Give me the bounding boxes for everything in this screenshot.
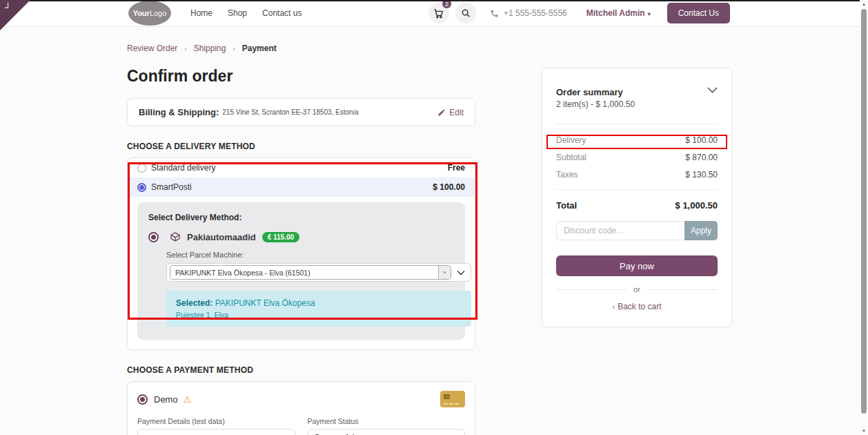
pay-now-button[interactable]: Pay now — [556, 255, 718, 276]
apply-discount-button[interactable]: Apply — [684, 221, 718, 240]
payment-fields: Payment Details (test data) Payment Stat… — [137, 417, 465, 435]
delivery-option-name: SmartPosti — [151, 182, 192, 192]
delivery-option-price: $ 100.00 — [433, 182, 465, 192]
scrollbar[interactable]: ▲ ▼ — [860, 0, 868, 435]
summary-row-label: Taxes — [556, 170, 578, 180]
warning-icon: ⚠ — [184, 394, 192, 405]
delivery-section-heading: CHOOSE A DELIVERY METHOD — [127, 142, 475, 151]
total-value: $ 1,000.50 — [675, 200, 718, 211]
radio-checked-icon[interactable] — [137, 183, 146, 192]
selected-machine-name: PAKIPUNKT Elva Ökopesa — [215, 298, 315, 308]
delivery-methods-card: Standard delivery Free SmartPosti $ 100.… — [127, 157, 475, 350]
delivery-option-name: Standard delivery — [151, 163, 215, 173]
user-menu[interactable]: Mitchell Admin▾ — [586, 8, 651, 18]
payment-status-label: Payment Status — [308, 417, 466, 425]
phone-link[interactable]: +1 555-555-5556 — [490, 8, 567, 18]
header-right: 2 +1 555-555-5556 Mitchell Admin▾ Contac… — [428, 3, 730, 23]
parcel-machine-select[interactable]: PAKIPUNKT Elva Ökopesa - Elva (61501) ▾ — [166, 263, 471, 282]
summary-row-delivery: Delivery $ 100.00 — [556, 135, 718, 146]
breadcrumb: Review Order › Shipping › Payment — [127, 44, 475, 53]
select-method-label: Select Delivery Method: — [148, 213, 454, 222]
selected-machine-address: Puiestee 1, Elva — [176, 311, 462, 319]
delivery-option-price: Free — [448, 163, 465, 173]
back-to-cart-link[interactable]: ‹Back to cart — [556, 302, 718, 311]
cart-button[interactable]: 2 — [428, 3, 449, 23]
discount-row: Apply — [556, 221, 718, 240]
back-to-cart-label: Back to cart — [618, 302, 661, 311]
payment-section-heading: CHOOSE A PAYMENT METHOD — [127, 365, 475, 375]
cart-icon — [433, 8, 444, 19]
delivery-option-smartposti[interactable]: SmartPosti $ 100.00 — [128, 177, 475, 197]
phone-icon — [490, 9, 499, 18]
credit-card-icon — [440, 391, 465, 407]
breadcrumb-separator-icon: › — [233, 45, 235, 52]
edit-label: Edit — [449, 108, 464, 117]
radio-checked-icon[interactable] — [137, 394, 148, 405]
phone-number: +1 555-555-5556 — [504, 8, 567, 18]
payment-provider-name: Demo — [154, 394, 178, 405]
nav-item-contact[interactable]: Contact us — [262, 8, 302, 18]
search-button[interactable] — [455, 3, 476, 23]
package-icon — [170, 231, 181, 242]
checkout-main: Review Order › Shipping › Payment Confir… — [127, 38, 475, 435]
parcel-machine-combobox[interactable]: PAKIPUNKT Elva Ökopesa - Elva (61501) ▾ — [170, 265, 451, 280]
radio-checked-icon[interactable] — [148, 232, 159, 242]
main-nav: Home Shop Contact us — [190, 8, 302, 18]
header: YourLogo Home Shop Contact us 2 +1 555-5… — [0, 0, 860, 27]
chevron-down-icon: ▾ — [648, 11, 651, 17]
radio-unchecked-icon[interactable] — [137, 164, 146, 173]
scroll-down-arrow-icon[interactable]: ▼ — [860, 427, 868, 435]
divider — [556, 189, 718, 190]
combobox-caret-icon[interactable]: ▾ — [438, 266, 451, 279]
parcel-method-name: Pakiautomaadid — [187, 232, 256, 242]
summary-row-label: Delivery — [556, 135, 586, 145]
site-logo[interactable]: YourLogo — [128, 1, 171, 26]
summary-row-label: Subtotal — [556, 153, 586, 162]
total-label: Total — [556, 200, 577, 211]
payment-status-select[interactable]: Successful — [308, 429, 466, 435]
page-title: Confirm order — [127, 67, 475, 86]
summary-row-value: $ 100.00 — [685, 135, 718, 145]
parcel-method-option[interactable]: Pakiautomaadid € 115.00 — [148, 231, 454, 242]
breadcrumb-payment: Payment — [242, 44, 277, 53]
method-price-badge: € 115.00 — [262, 232, 299, 242]
delivery-option-standard[interactable]: Standard delivery Free — [128, 158, 475, 177]
chevron-left-icon: ‹ — [612, 302, 615, 311]
top-border — [0, 0, 868, 1]
smartposti-detail-panel: Select Delivery Method: Pakiautomaadid €… — [137, 202, 465, 340]
or-separator: or — [556, 285, 718, 293]
scrollbar-thumb[interactable] — [861, 9, 867, 414]
edit-address-button[interactable]: Edit — [437, 108, 464, 117]
logo-text-light: Logo — [150, 9, 166, 17]
billing-address: 215 Vine St, Scranton EE-37 18503, Eston… — [222, 108, 358, 116]
summary-row-value: $ 870.00 — [685, 153, 718, 162]
card-number-input[interactable] — [137, 429, 295, 435]
summary-row-value: $ 130.50 — [685, 170, 718, 180]
summary-row-taxes: Taxes $ 130.50 — [556, 169, 718, 180]
payment-provider-option[interactable]: Demo ⚠ — [137, 391, 465, 407]
editor-corner-icon: ┘ — [5, 2, 11, 12]
selected-machine-info: Selected: PAKIPUNKT Elva Ökopesa Puieste… — [166, 291, 471, 327]
discount-code-input[interactable] — [556, 221, 684, 240]
summary-collapse-chevron-icon[interactable] — [707, 87, 718, 93]
nav-item-home[interactable]: Home — [190, 8, 213, 18]
contact-us-button[interactable]: Contact Us — [667, 3, 730, 23]
billing-shipping-card: Billing & Shipping: 215 Vine St, Scranto… — [127, 98, 475, 126]
payment-method-card: Demo ⚠ Payment Details (test data) Payme… — [127, 381, 475, 435]
summary-row-subtotal: Subtotal $ 870.00 — [556, 152, 718, 163]
logo-text-bold: Your — [133, 9, 150, 17]
breadcrumb-shipping[interactable]: Shipping — [194, 44, 226, 53]
pencil-icon — [437, 108, 446, 117]
user-name: Mitchell Admin — [586, 8, 645, 18]
breadcrumb-review-order[interactable]: Review Order — [127, 44, 177, 53]
order-summary-card: Order summary 2 item(s) - $ 1,000.50 Del… — [542, 68, 732, 327]
order-summary-subtitle: 2 item(s) - $ 1,000.50 — [556, 99, 635, 109]
scroll-up-arrow-icon[interactable]: ▲ — [860, 0, 868, 8]
selected-label: Selected: — [176, 298, 213, 308]
breadcrumb-separator-icon: › — [184, 45, 186, 52]
divider — [556, 124, 718, 124]
nav-item-shop[interactable]: Shop — [228, 8, 247, 18]
summary-total-row: Total $ 1,000.50 — [556, 200, 718, 211]
parcel-machine-value: PAKIPUNKT Elva Ökopesa - Elva (61501) — [170, 269, 438, 277]
select-machine-label: Select Parcel Machine: — [166, 251, 454, 259]
